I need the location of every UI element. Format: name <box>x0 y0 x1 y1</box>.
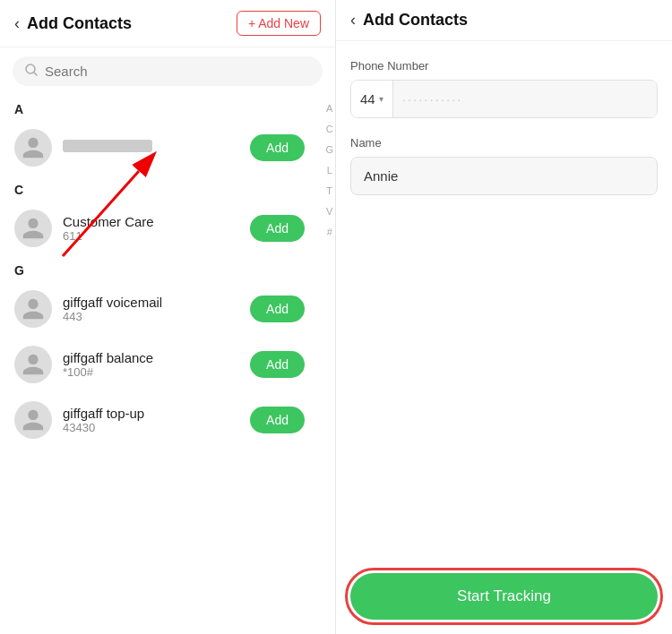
contact-number: 43430 <box>63 421 239 434</box>
search-input[interactable] <box>45 64 310 79</box>
avatar <box>14 346 52 383</box>
search-bar <box>13 56 323 86</box>
right-panel-title: Add Contacts <box>363 11 468 30</box>
avatar <box>14 129 52 167</box>
contact-number: 611 <box>63 229 239 243</box>
contact-name: giffgaff balance <box>63 350 239 365</box>
contact-list: A Add C Customer Care 611 <box>0 95 335 448</box>
back-button-left[interactable]: ‹ <box>14 14 20 33</box>
svg-line-1 <box>34 73 37 75</box>
name-label: Name <box>350 136 658 150</box>
avatar <box>14 290 52 328</box>
alpha-t[interactable]: T <box>326 186 332 196</box>
right-content: Phone Number 44 ▾ Name Annie <box>336 41 672 559</box>
right-header: ‹ Add Contacts <box>336 0 672 41</box>
contact-info: giffgaff top-up 43430 <box>63 406 239 434</box>
alpha-l[interactable]: L <box>327 166 332 176</box>
right-panel: ‹ Add Contacts Phone Number 44 ▾ Name An… <box>336 0 672 634</box>
contact-info: Customer Care 611 <box>63 214 239 243</box>
section-label-c: C <box>0 176 319 201</box>
contact-number: *100# <box>63 365 239 379</box>
avatar <box>14 401 52 439</box>
add-button-g2[interactable]: Add <box>250 351 305 378</box>
contact-list-wrapper: A Add C Customer Care 611 <box>0 95 335 448</box>
list-item: giffgaff voicemail 443 Add <box>0 281 319 337</box>
alpha-c[interactable]: C <box>326 124 333 134</box>
avatar <box>14 210 52 247</box>
alpha-hash[interactable]: # <box>327 227 332 237</box>
contact-name-placeholder <box>63 140 152 152</box>
add-button-g1[interactable]: Add <box>250 296 305 322</box>
contact-number: 443 <box>63 310 239 323</box>
contact-info: giffgaff balance *100# <box>63 350 239 379</box>
name-field[interactable]: Annie <box>350 157 658 195</box>
alpha-a[interactable]: A <box>326 104 332 114</box>
search-icon <box>25 64 38 79</box>
list-item: giffgaff top-up 43430 Add <box>0 392 319 448</box>
phone-code-selector[interactable]: 44 ▾ <box>351 81 393 117</box>
add-new-button[interactable]: + Add New <box>237 11 321 36</box>
left-panel: ‹ Add Contacts + Add New A Add <box>0 0 336 634</box>
list-item: Add <box>0 120 319 176</box>
contact-info: giffgaff voicemail 443 <box>63 295 239 323</box>
contact-name: giffgaff voicemail <box>63 295 239 310</box>
bottom-section: Start Tracking <box>336 559 672 634</box>
contact-name: Customer Care <box>63 214 239 229</box>
phone-row: 44 ▾ <box>350 80 658 118</box>
add-button-a1[interactable]: Add <box>250 134 305 161</box>
contact-info <box>63 140 239 156</box>
list-item: Customer Care 611 Add <box>0 201 319 256</box>
left-panel-title: Add Contacts <box>27 14 132 33</box>
phone-label: Phone Number <box>350 59 658 73</box>
alpha-v[interactable]: V <box>326 207 332 217</box>
alpha-g[interactable]: G <box>325 145 333 155</box>
left-header: ‹ Add Contacts + Add New <box>0 0 335 47</box>
add-button-c1[interactable]: Add <box>250 215 305 242</box>
contact-name: giffgaff top-up <box>63 406 239 421</box>
phone-code-value: 44 <box>360 91 375 107</box>
start-tracking-button[interactable]: Start Tracking <box>350 573 658 620</box>
dropdown-arrow-icon: ▾ <box>379 94 383 104</box>
back-button-right[interactable]: ‹ <box>350 11 356 30</box>
section-label-a: A <box>0 95 319 120</box>
alpha-sidebar: A C G L T V # <box>325 95 333 448</box>
left-header-left: ‹ Add Contacts <box>14 14 132 33</box>
add-button-g3[interactable]: Add <box>250 407 305 433</box>
section-label-g: G <box>0 256 319 281</box>
phone-number-input[interactable] <box>393 81 657 117</box>
list-item: giffgaff balance *100# Add <box>0 337 319 392</box>
